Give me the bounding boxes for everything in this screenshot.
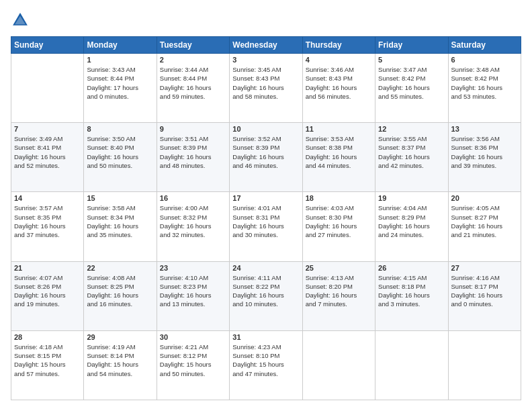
calendar-cell: 5Sunrise: 3:47 AM Sunset: 8:42 PM Daylig… xyxy=(375,54,448,123)
day-info: Sunrise: 3:45 AM Sunset: 8:43 PM Dayligh… xyxy=(232,65,299,101)
day-info: Sunrise: 3:46 AM Sunset: 8:43 PM Dayligh… xyxy=(306,65,372,101)
day-info: Sunrise: 3:52 AM Sunset: 8:39 PM Dayligh… xyxy=(232,134,299,170)
day-number: 8 xyxy=(87,125,153,133)
calendar-cell: 26Sunrise: 4:15 AM Sunset: 8:18 PM Dayli… xyxy=(375,261,448,330)
day-number: 15 xyxy=(87,194,153,202)
calendar-cell: 8Sunrise: 3:50 AM Sunset: 8:40 PM Daylig… xyxy=(84,123,157,192)
calendar-cell: 7Sunrise: 3:49 AM Sunset: 8:41 PM Daylig… xyxy=(11,123,84,192)
calendar-day-header: Tuesday xyxy=(157,37,229,54)
calendar-day-header: Friday xyxy=(375,37,448,54)
day-number: 27 xyxy=(451,264,518,272)
day-info: Sunrise: 4:04 AM Sunset: 8:29 PM Dayligh… xyxy=(378,203,445,239)
day-number: 30 xyxy=(160,333,226,341)
calendar-day-header: Thursday xyxy=(302,37,375,54)
day-info: Sunrise: 4:05 AM Sunset: 8:27 PM Dayligh… xyxy=(451,203,518,239)
calendar-cell: 1Sunrise: 3:43 AM Sunset: 8:44 PM Daylig… xyxy=(84,54,157,123)
day-number: 16 xyxy=(160,194,226,202)
day-number: 14 xyxy=(14,194,81,202)
calendar-table: SundayMondayTuesdayWednesdayThursdayFrid… xyxy=(11,36,521,400)
calendar-day-header: Monday xyxy=(84,37,157,54)
day-info: Sunrise: 4:23 AM Sunset: 8:10 PM Dayligh… xyxy=(232,342,299,378)
day-number: 25 xyxy=(306,264,372,272)
calendar-cell: 28Sunrise: 4:18 AM Sunset: 8:15 PM Dayli… xyxy=(11,330,84,400)
page: SundayMondayTuesdayWednesdayThursdayFrid… xyxy=(0,0,532,411)
calendar-day-header: Saturday xyxy=(448,37,521,54)
day-info: Sunrise: 4:13 AM Sunset: 8:20 PM Dayligh… xyxy=(306,273,372,309)
day-number: 2 xyxy=(160,56,226,64)
day-number: 18 xyxy=(306,194,372,202)
day-number: 24 xyxy=(232,264,299,272)
calendar-cell: 10Sunrise: 3:52 AM Sunset: 8:39 PM Dayli… xyxy=(230,123,302,192)
day-info: Sunrise: 3:48 AM Sunset: 8:42 PM Dayligh… xyxy=(451,65,518,101)
logo xyxy=(11,11,32,30)
day-info: Sunrise: 3:55 AM Sunset: 8:37 PM Dayligh… xyxy=(378,134,445,170)
day-info: Sunrise: 4:19 AM Sunset: 8:14 PM Dayligh… xyxy=(87,342,153,378)
calendar-cell: 29Sunrise: 4:19 AM Sunset: 8:14 PM Dayli… xyxy=(84,330,157,400)
calendar-cell: 11Sunrise: 3:53 AM Sunset: 8:38 PM Dayli… xyxy=(302,123,375,192)
day-number: 22 xyxy=(87,264,153,272)
calendar-week-row: 14Sunrise: 3:57 AM Sunset: 8:35 PM Dayli… xyxy=(11,192,521,261)
calendar-cell xyxy=(11,54,84,123)
day-info: Sunrise: 3:49 AM Sunset: 8:41 PM Dayligh… xyxy=(14,134,81,170)
day-info: Sunrise: 3:58 AM Sunset: 8:34 PM Dayligh… xyxy=(87,203,153,239)
day-info: Sunrise: 4:16 AM Sunset: 8:17 PM Dayligh… xyxy=(451,273,518,309)
day-number: 3 xyxy=(232,56,299,64)
day-info: Sunrise: 3:57 AM Sunset: 8:35 PM Dayligh… xyxy=(14,203,81,239)
calendar-cell: 2Sunrise: 3:44 AM Sunset: 8:44 PM Daylig… xyxy=(157,54,229,123)
day-info: Sunrise: 3:50 AM Sunset: 8:40 PM Dayligh… xyxy=(87,134,153,170)
calendar-cell: 18Sunrise: 4:03 AM Sunset: 8:30 PM Dayli… xyxy=(302,192,375,261)
calendar-day-header: Wednesday xyxy=(230,37,302,54)
calendar-cell: 25Sunrise: 4:13 AM Sunset: 8:20 PM Dayli… xyxy=(302,261,375,330)
calendar-day-header: Sunday xyxy=(11,37,84,54)
day-number: 17 xyxy=(232,194,299,202)
header xyxy=(11,11,521,30)
day-info: Sunrise: 4:10 AM Sunset: 8:23 PM Dayligh… xyxy=(160,273,226,309)
day-info: Sunrise: 4:01 AM Sunset: 8:31 PM Dayligh… xyxy=(232,203,299,239)
day-number: 23 xyxy=(160,264,226,272)
calendar-cell: 9Sunrise: 3:51 AM Sunset: 8:39 PM Daylig… xyxy=(157,123,229,192)
calendar-cell: 12Sunrise: 3:55 AM Sunset: 8:37 PM Dayli… xyxy=(375,123,448,192)
calendar-week-row: 7Sunrise: 3:49 AM Sunset: 8:41 PM Daylig… xyxy=(11,123,521,192)
calendar-cell: 17Sunrise: 4:01 AM Sunset: 8:31 PM Dayli… xyxy=(230,192,302,261)
day-info: Sunrise: 3:51 AM Sunset: 8:39 PM Dayligh… xyxy=(160,134,226,170)
calendar-cell: 21Sunrise: 4:07 AM Sunset: 8:26 PM Dayli… xyxy=(11,261,84,330)
calendar-cell: 20Sunrise: 4:05 AM Sunset: 8:27 PM Dayli… xyxy=(448,192,521,261)
calendar-cell xyxy=(448,330,521,400)
day-info: Sunrise: 3:47 AM Sunset: 8:42 PM Dayligh… xyxy=(378,65,445,101)
calendar-cell: 22Sunrise: 4:08 AM Sunset: 8:25 PM Dayli… xyxy=(84,261,157,330)
day-number: 10 xyxy=(232,125,299,133)
calendar-cell: 23Sunrise: 4:10 AM Sunset: 8:23 PM Dayli… xyxy=(157,261,229,330)
day-number: 5 xyxy=(378,56,445,64)
day-number: 9 xyxy=(160,125,226,133)
calendar-cell: 3Sunrise: 3:45 AM Sunset: 8:43 PM Daylig… xyxy=(230,54,302,123)
day-info: Sunrise: 4:15 AM Sunset: 8:18 PM Dayligh… xyxy=(378,273,445,309)
day-info: Sunrise: 4:21 AM Sunset: 8:12 PM Dayligh… xyxy=(160,342,226,378)
calendar-week-row: 28Sunrise: 4:18 AM Sunset: 8:15 PM Dayli… xyxy=(11,330,521,400)
day-number: 28 xyxy=(14,333,81,341)
day-number: 20 xyxy=(451,194,518,202)
day-info: Sunrise: 4:18 AM Sunset: 8:15 PM Dayligh… xyxy=(14,342,81,378)
day-info: Sunrise: 4:07 AM Sunset: 8:26 PM Dayligh… xyxy=(14,273,81,309)
calendar-cell: 24Sunrise: 4:11 AM Sunset: 8:22 PM Dayli… xyxy=(230,261,302,330)
calendar-cell: 6Sunrise: 3:48 AM Sunset: 8:42 PM Daylig… xyxy=(448,54,521,123)
calendar-cell: 15Sunrise: 3:58 AM Sunset: 8:34 PM Dayli… xyxy=(84,192,157,261)
day-number: 21 xyxy=(14,264,81,272)
day-number: 11 xyxy=(306,125,372,133)
day-number: 6 xyxy=(451,56,518,64)
calendar-cell xyxy=(302,330,375,400)
calendar-cell: 19Sunrise: 4:04 AM Sunset: 8:29 PM Dayli… xyxy=(375,192,448,261)
day-number: 1 xyxy=(87,56,153,64)
day-info: Sunrise: 3:53 AM Sunset: 8:38 PM Dayligh… xyxy=(306,134,372,170)
calendar-header-row: SundayMondayTuesdayWednesdayThursdayFrid… xyxy=(11,37,521,54)
calendar-cell: 27Sunrise: 4:16 AM Sunset: 8:17 PM Dayli… xyxy=(448,261,521,330)
calendar-week-row: 1Sunrise: 3:43 AM Sunset: 8:44 PM Daylig… xyxy=(11,54,521,123)
day-number: 12 xyxy=(378,125,445,133)
calendar-cell: 30Sunrise: 4:21 AM Sunset: 8:12 PM Dayli… xyxy=(157,330,229,400)
day-number: 13 xyxy=(451,125,518,133)
logo-icon xyxy=(11,11,30,30)
calendar-cell: 16Sunrise: 4:00 AM Sunset: 8:32 PM Dayli… xyxy=(157,192,229,261)
day-number: 4 xyxy=(306,56,372,64)
day-info: Sunrise: 3:44 AM Sunset: 8:44 PM Dayligh… xyxy=(160,65,226,101)
day-info: Sunrise: 3:43 AM Sunset: 8:44 PM Dayligh… xyxy=(87,65,153,101)
calendar-cell: 4Sunrise: 3:46 AM Sunset: 8:43 PM Daylig… xyxy=(302,54,375,123)
